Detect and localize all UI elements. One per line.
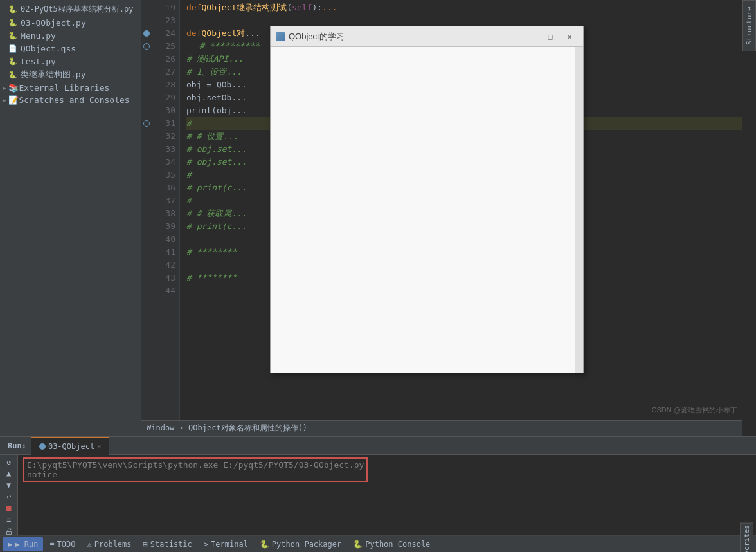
bottom-python-console-tab[interactable]: 🐍 Python Console (348, 537, 435, 551)
sidebar-item-test[interactable]: 🐍 test.py (0, 55, 141, 68)
bottom-statistic-tab[interactable]: ⊞ Statistic (138, 537, 197, 551)
bottom-run-tab[interactable]: ▶ ▶ Run (3, 537, 43, 551)
run-tab-03qobject[interactable]: 03-QObject ✕ (32, 437, 109, 455)
maximize-button[interactable]: □ (542, 30, 559, 43)
structure-tab[interactable]: Structure (742, 0, 756, 51)
problems-label: Problems (94, 540, 132, 549)
sidebar-file-menu: Menu.py (21, 31, 56, 41)
structure-side: Structure (742, 0, 756, 436)
run-command: E:\pyqt5\PYQT5\venv\Scripts\python.exe E… (23, 457, 751, 482)
return-button[interactable]: ↩ (3, 492, 15, 501)
sidebar-item-inheritance[interactable]: 🐍 类继承结构图.py (0, 68, 141, 82)
window-controls: — □ ✕ (523, 30, 578, 43)
code-line-23 (186, 14, 742, 27)
py-icon-5: 🐍 (8, 69, 18, 80)
sidebar: 🐍 02-PyQt5程序基本结构分析.py 🐍 03-QObject.py 🐍 … (0, 0, 141, 436)
chevron-right-icon: ▶ (3, 85, 6, 91)
sidebar-external-label: External Libraries (19, 83, 109, 93)
run-tab-label: 03-QObject (48, 442, 94, 451)
sidebar-file-inherit: 类继承结构图.py (21, 69, 86, 80)
sidebar-item-02pyqt5[interactable]: 🐍 02-PyQt5程序基本结构分析.py (0, 3, 141, 16)
scroll-up-button[interactable]: ▲ (3, 469, 15, 478)
watermark: CSDN @爱吃雪糕的小布丁 (652, 405, 737, 415)
settings-button[interactable]: ≡ (3, 515, 15, 524)
floating-window: QObject的学习 — □ ✕ (270, 26, 584, 373)
todo-label: TODO (57, 540, 76, 549)
py-icon-4: 🐍 (8, 56, 18, 66)
run-panel: Run: 03-QObject ✕ ↺ ▲ ▼ ↩ ⏹ ≡ 🖨 🗑 (0, 436, 756, 535)
bottom-todo-tab[interactable]: ≡ TODO (44, 537, 80, 551)
chevron-right-icon-2: ▶ (3, 97, 6, 104)
content-area: 🐍 02-PyQt5程序基本结构分析.py 🐍 03-QObject.py 🐍 … (0, 0, 756, 436)
sidebar-scratches-label: Scratches and Consoles (19, 95, 129, 105)
sidebar-file-test: test.py (21, 57, 56, 66)
sidebar-item-qss[interactable]: 📄 QObject.qss (0, 42, 141, 55)
run-tabs: Run: 03-QObject ✕ (0, 437, 756, 455)
editor-content: 19 23 24 25 (141, 0, 742, 420)
run-tab-bottom-label: ▶ Run (15, 540, 38, 549)
run-tab-icon (39, 443, 46, 450)
py-icon: 🐍 (8, 5, 18, 15)
run-content: E:\pyqt5\PYQT5\venv\Scripts\python.exe E… (18, 455, 756, 535)
run-output-notice: notice (27, 470, 57, 479)
editor-status-bar: Window › QObject对象名称和属性的操作() (141, 420, 742, 436)
editor-area: 19 23 24 25 (141, 0, 742, 436)
floating-content (271, 47, 583, 373)
python-console-label: Python Console (365, 540, 430, 549)
tab-close-icon[interactable]: ✕ (97, 443, 101, 450)
print-button[interactable]: 🖨 (3, 527, 15, 535)
python-pkg-label: Python Packager (272, 540, 341, 549)
sidebar-file-qss: QObject.qss (21, 44, 76, 53)
sidebar-item-menu[interactable]: 🐍 Menu.py (0, 29, 141, 42)
scroll-down-button[interactable]: ▼ (3, 481, 15, 490)
minimize-button[interactable]: — (523, 30, 539, 43)
scratch-icon: 📝 (8, 95, 19, 105)
sidebar-file-label: 02-PyQt5程序基本结构分析.py (21, 4, 133, 15)
code-line-19: def QObject继承结构测试(self):... (186, 1, 742, 14)
floating-title-text: QObject的学习 (289, 31, 345, 42)
py-icon-2: 🐍 (8, 17, 18, 28)
bottom-python-packager-tab[interactable]: 🐍 Python Packager (255, 537, 346, 551)
favorites-tab[interactable]: Favorites (740, 523, 753, 552)
stop-button[interactable]: ⏹ (3, 504, 15, 513)
py-icon-3: 🐍 (8, 30, 18, 41)
close-button[interactable]: ✕ (561, 30, 578, 43)
sidebar-external-libraries[interactable]: ▶ 📚 External Libraries (0, 82, 141, 94)
run-label: Run: (3, 441, 32, 450)
sidebar-file-03: 03-QObject.py (21, 18, 86, 28)
python-console-icon: 🐍 (353, 540, 363, 549)
todo-icon: ≡ (50, 540, 54, 549)
window-icon (276, 32, 285, 41)
bottom-terminal-tab[interactable]: > Terminal (199, 537, 253, 551)
run-command-text: E:\pyqt5\PYQT5\venv\Scripts\python.exe E… (27, 460, 364, 470)
run-body: ↺ ▲ ▼ ↩ ⏹ ≡ 🖨 🗑 E:\pyqt5\PYQT5\venv\Scri… (0, 455, 756, 535)
terminal-label: Terminal (211, 540, 248, 549)
window-scrollbar[interactable] (575, 47, 583, 373)
problems-icon: ⚠ (87, 540, 92, 549)
python-pkg-icon: 🐍 (260, 540, 269, 549)
statistic-icon: ⊞ (143, 540, 148, 549)
rerun-button[interactable]: ↺ (3, 457, 15, 466)
sidebar-item-03qobject[interactable]: 🐍 03-QObject.py (0, 16, 141, 29)
bottom-bar: ▶ ▶ Run ≡ TODO ⚠ Problems ⊞ Statistic > … (0, 535, 756, 552)
main-container: 🐍 02-PyQt5程序基本结构分析.py 🐍 03-QObject.py 🐍 … (0, 0, 756, 552)
floating-title-bar: QObject的学习 — □ ✕ (271, 26, 583, 47)
breadcrumb-path: Window › QObject对象名称和属性的操作() (147, 423, 307, 434)
bottom-problems-tab[interactable]: ⚠ Problems (82, 537, 137, 551)
terminal-icon: > (204, 540, 208, 549)
run-icon: ▶ (8, 540, 12, 549)
run-sidebar: ↺ ▲ ▼ ↩ ⏹ ≡ 🖨 🗑 (0, 455, 18, 535)
statistic-label: Statistic (150, 540, 192, 549)
lib-icon: 📚 (8, 83, 19, 93)
qss-icon: 📄 (8, 43, 18, 53)
sidebar-scratches[interactable]: ▶ 📝 Scratches and Consoles (0, 94, 141, 106)
floating-title-left: QObject的学习 (276, 31, 345, 42)
